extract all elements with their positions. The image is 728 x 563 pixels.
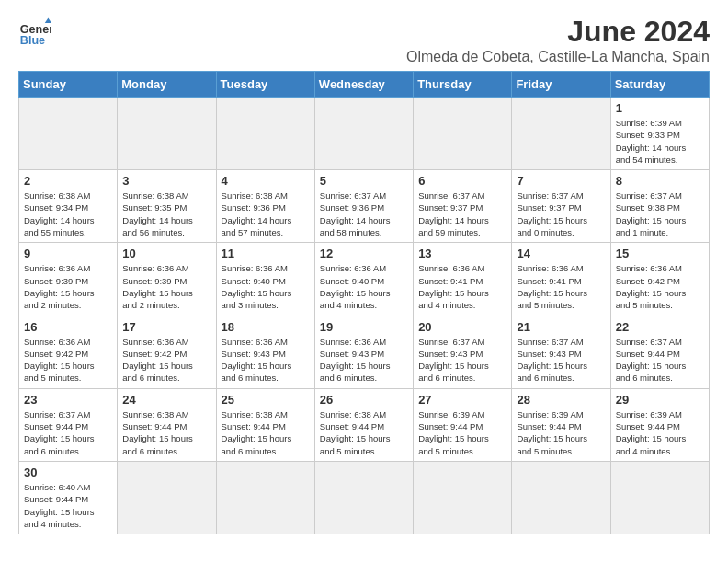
day-info: Sunrise: 6:37 AM Sunset: 9:44 PM Dayligh… [616,336,704,385]
calendar-cell: 21Sunrise: 6:37 AM Sunset: 9:43 PM Dayli… [512,316,610,388]
day-number: 17 [122,320,210,334]
day-number: 24 [122,393,210,407]
calendar-cell: 29Sunrise: 6:39 AM Sunset: 9:44 PM Dayli… [610,388,709,461]
day-info: Sunrise: 6:37 AM Sunset: 9:44 PM Dayligh… [24,408,112,457]
weekday-header: Thursday [414,72,512,98]
day-number: 29 [616,393,704,407]
weekday-header: Tuesday [216,72,314,98]
day-number: 22 [616,320,704,334]
calendar-cell: 1Sunrise: 6:39 AM Sunset: 9:33 PM Daylig… [610,98,709,170]
day-number: 18 [222,320,310,334]
page-header: General Blue June 2024 Olmeda de Cobeta,… [18,15,710,65]
day-number: 6 [418,174,506,188]
day-number: 27 [418,393,506,407]
calendar-cell: 25Sunrise: 6:38 AM Sunset: 9:44 PM Dayli… [216,388,314,461]
calendar-cell [216,461,314,534]
calendar-week-row: 16Sunrise: 6:36 AM Sunset: 9:42 PM Dayli… [19,316,710,388]
day-number: 16 [24,320,112,334]
calendar-week-row: 23Sunrise: 6:37 AM Sunset: 9:44 PM Dayli… [19,388,710,461]
calendar-cell: 13Sunrise: 6:36 AM Sunset: 9:41 PM Dayli… [414,243,512,316]
day-info: Sunrise: 6:38 AM Sunset: 9:44 PM Dayligh… [320,408,408,457]
calendar-cell: 27Sunrise: 6:39 AM Sunset: 9:44 PM Dayli… [414,388,512,461]
day-number: 2 [24,174,112,188]
calendar-cell [314,98,413,170]
calendar-cell: 6Sunrise: 6:37 AM Sunset: 9:37 PM Daylig… [414,170,512,243]
calendar-cell: 20Sunrise: 6:37 AM Sunset: 9:43 PM Dayli… [414,316,512,388]
calendar-cell: 10Sunrise: 6:36 AM Sunset: 9:39 PM Dayli… [118,243,216,316]
day-number: 12 [320,247,408,260]
day-info: Sunrise: 6:39 AM Sunset: 9:33 PM Dayligh… [616,117,704,166]
day-info: Sunrise: 6:40 AM Sunset: 9:44 PM Dayligh… [24,481,112,530]
calendar-cell [414,98,512,170]
day-number: 15 [616,247,704,260]
svg-text:Blue: Blue [20,34,45,47]
day-number: 13 [418,247,506,260]
weekday-header: Monday [118,72,216,98]
day-number: 1 [616,101,704,115]
day-info: Sunrise: 6:36 AM Sunset: 9:42 PM Dayligh… [122,336,210,385]
day-info: Sunrise: 6:36 AM Sunset: 9:41 PM Dayligh… [418,262,506,311]
calendar-table: SundayMondayTuesdayWednesdayThursdayFrid… [18,71,710,534]
day-info: Sunrise: 6:37 AM Sunset: 9:43 PM Dayligh… [517,336,605,385]
day-info: Sunrise: 6:39 AM Sunset: 9:44 PM Dayligh… [418,408,506,457]
day-info: Sunrise: 6:37 AM Sunset: 9:36 PM Dayligh… [320,190,408,238]
day-info: Sunrise: 6:37 AM Sunset: 9:37 PM Dayligh… [517,190,605,238]
calendar-cell: 17Sunrise: 6:36 AM Sunset: 9:42 PM Dayli… [118,316,216,388]
day-info: Sunrise: 6:38 AM Sunset: 9:35 PM Dayligh… [122,190,210,238]
logo: General Blue [18,15,51,48]
day-info: Sunrise: 6:37 AM Sunset: 9:38 PM Dayligh… [616,190,704,238]
calendar-cell [314,461,413,534]
calendar-cell [512,98,610,170]
day-number: 10 [122,247,210,260]
title-block: June 2024 Olmeda de Cobeta, Castille-La … [406,15,710,65]
day-number: 26 [320,393,408,407]
calendar-cell [610,461,709,534]
day-number: 7 [517,174,605,188]
weekday-header: Sunday [19,72,118,98]
calendar-cell: 26Sunrise: 6:38 AM Sunset: 9:44 PM Dayli… [314,388,413,461]
day-info: Sunrise: 6:36 AM Sunset: 9:42 PM Dayligh… [616,262,704,311]
weekday-header: Wednesday [314,72,413,98]
calendar-cell: 18Sunrise: 6:36 AM Sunset: 9:43 PM Dayli… [216,316,314,388]
day-number: 11 [222,247,310,260]
calendar-cell: 4Sunrise: 6:38 AM Sunset: 9:36 PM Daylig… [216,170,314,243]
day-number: 3 [122,174,210,188]
calendar-cell: 3Sunrise: 6:38 AM Sunset: 9:35 PM Daylig… [118,170,216,243]
calendar-cell: 24Sunrise: 6:38 AM Sunset: 9:44 PM Dayli… [118,388,216,461]
day-number: 14 [517,247,605,260]
logo-icon: General Blue [18,15,51,48]
day-info: Sunrise: 6:38 AM Sunset: 9:36 PM Dayligh… [222,190,310,238]
day-number: 4 [222,174,310,188]
calendar-cell: 15Sunrise: 6:36 AM Sunset: 9:42 PM Dayli… [610,243,709,316]
calendar-cell: 8Sunrise: 6:37 AM Sunset: 9:38 PM Daylig… [610,170,709,243]
calendar-cell: 5Sunrise: 6:37 AM Sunset: 9:36 PM Daylig… [314,170,413,243]
day-info: Sunrise: 6:39 AM Sunset: 9:44 PM Dayligh… [517,408,605,457]
calendar-cell: 14Sunrise: 6:36 AM Sunset: 9:41 PM Dayli… [512,243,610,316]
day-info: Sunrise: 6:36 AM Sunset: 9:43 PM Dayligh… [320,336,408,385]
day-number: 9 [24,247,112,260]
day-number: 5 [320,174,408,188]
day-number: 30 [24,465,112,479]
svg-marker-2 [45,18,51,23]
day-info: Sunrise: 6:38 AM Sunset: 9:44 PM Dayligh… [222,408,310,457]
weekday-header: Friday [512,72,610,98]
calendar-cell: 28Sunrise: 6:39 AM Sunset: 9:44 PM Dayli… [512,388,610,461]
calendar-week-row: 9Sunrise: 6:36 AM Sunset: 9:39 PM Daylig… [19,243,710,316]
calendar-week-row: 30Sunrise: 6:40 AM Sunset: 9:44 PM Dayli… [19,461,710,534]
day-info: Sunrise: 6:39 AM Sunset: 9:44 PM Dayligh… [616,408,704,457]
weekday-header-row: SundayMondayTuesdayWednesdayThursdayFrid… [19,72,710,98]
calendar-cell: 12Sunrise: 6:36 AM Sunset: 9:40 PM Dayli… [314,243,413,316]
calendar-cell: 2Sunrise: 6:38 AM Sunset: 9:34 PM Daylig… [19,170,118,243]
calendar-cell: 9Sunrise: 6:36 AM Sunset: 9:39 PM Daylig… [19,243,118,316]
weekday-header: Saturday [610,72,709,98]
day-info: Sunrise: 6:36 AM Sunset: 9:40 PM Dayligh… [320,262,408,311]
day-info: Sunrise: 6:36 AM Sunset: 9:39 PM Dayligh… [122,262,210,311]
calendar-cell: 22Sunrise: 6:37 AM Sunset: 9:44 PM Dayli… [610,316,709,388]
day-number: 19 [320,320,408,334]
calendar-cell: 16Sunrise: 6:36 AM Sunset: 9:42 PM Dayli… [19,316,118,388]
day-number: 25 [222,393,310,407]
calendar-cell [19,98,118,170]
calendar-cell: 23Sunrise: 6:37 AM Sunset: 9:44 PM Dayli… [19,388,118,461]
calendar-week-row: 1Sunrise: 6:39 AM Sunset: 9:33 PM Daylig… [19,98,710,170]
day-number: 21 [517,320,605,334]
